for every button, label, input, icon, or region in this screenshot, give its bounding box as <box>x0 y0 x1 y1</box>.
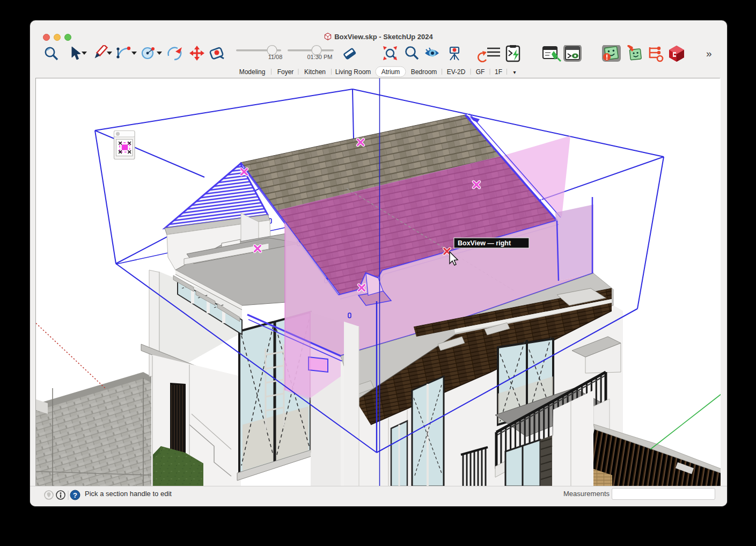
svg-text:?: ? <box>73 491 77 499</box>
svg-text:»: » <box>706 48 712 59</box>
svg-text:EV-2D: EV-2D <box>447 68 466 76</box>
svg-text:Kitchen: Kitchen <box>304 68 326 76</box>
svg-text:Atrium: Atrium <box>381 68 400 76</box>
svg-text:GF: GF <box>476 68 485 76</box>
svg-text:Foyer: Foyer <box>277 68 294 76</box>
svg-text:BoxView — right: BoxView — right <box>458 239 511 247</box>
svg-text:Modeling: Modeling <box>239 68 266 76</box>
svg-text:01:30 PM: 01:30 PM <box>307 54 332 60</box>
svg-text:▾: ▾ <box>513 69 516 75</box>
svg-text:Bedroom: Bedroom <box>411 68 437 76</box>
svg-text:Living Room: Living Room <box>335 68 371 76</box>
svg-text:11/08: 11/08 <box>268 54 283 60</box>
svg-text:1F: 1F <box>495 68 502 76</box>
